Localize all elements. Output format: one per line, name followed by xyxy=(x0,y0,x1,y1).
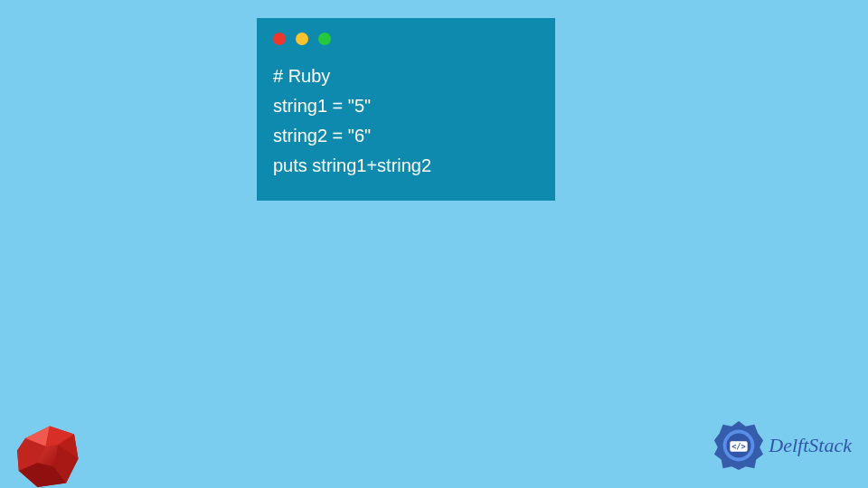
delftstack-badge-icon: </> xyxy=(712,419,765,472)
close-icon xyxy=(273,33,286,45)
minimize-icon xyxy=(296,33,308,45)
maximize-icon xyxy=(318,33,331,45)
ruby-logo-icon xyxy=(9,414,90,488)
window-controls xyxy=(273,33,539,45)
code-content: # Ruby string1 = "5" string2 = "6" puts … xyxy=(273,61,539,181)
code-window: # Ruby string1 = "5" string2 = "6" puts … xyxy=(257,18,555,201)
ruby-gem-icon xyxy=(9,414,90,488)
code-line: puts string1+string2 xyxy=(273,151,539,181)
code-line: string1 = "5" xyxy=(273,91,539,121)
code-line: string2 = "6" xyxy=(273,121,539,151)
code-line: # Ruby xyxy=(273,61,539,91)
delftstack-logo: </> DelftStack xyxy=(712,419,852,472)
brand-text: DelftStack xyxy=(769,434,852,457)
svg-text:</>: </> xyxy=(732,442,747,451)
